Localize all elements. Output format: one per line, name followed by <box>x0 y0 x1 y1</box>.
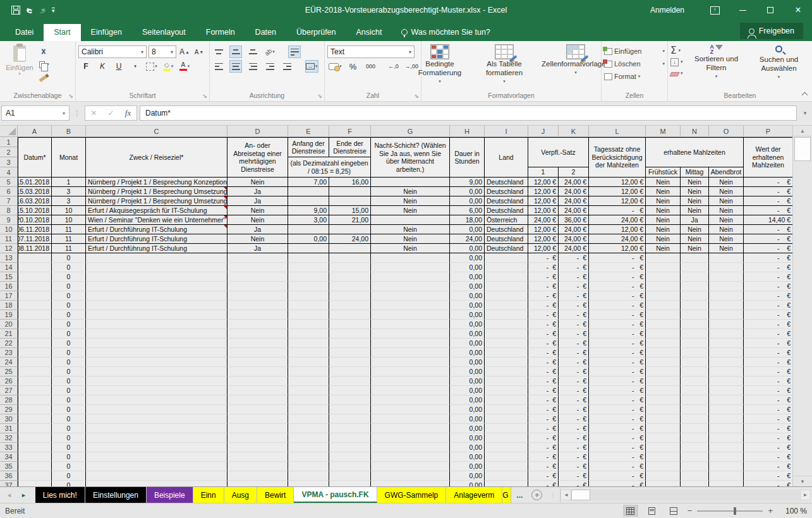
cell-D14[interactable] <box>227 263 288 272</box>
cell-E35[interactable] <box>288 462 329 471</box>
cell-N29[interactable] <box>681 405 709 414</box>
format-as-table-button[interactable]: Als Tabelle formatieren▾ <box>475 43 534 86</box>
cell-C34[interactable] <box>86 452 227 462</box>
cell-M14[interactable] <box>646 263 681 272</box>
cell-O25[interactable] <box>709 367 744 376</box>
cell-K26[interactable]: - € <box>559 376 589 386</box>
cell-J16[interactable]: - € <box>528 282 559 291</box>
cell-F25[interactable] <box>329 367 371 376</box>
cell-E37[interactable] <box>288 481 329 486</box>
cell-I9[interactable]: Österreich <box>485 215 528 225</box>
sheet-tab-vpma-pausch-fk[interactable]: VPMA - pausch.FK <box>294 487 377 503</box>
cell-D6[interactable]: Ja <box>227 187 288 196</box>
cell-M35[interactable] <box>646 462 681 471</box>
cell-I14[interactable] <box>485 263 528 272</box>
cell-G36[interactable] <box>371 471 450 481</box>
cell-F27[interactable] <box>329 386 371 395</box>
cell-D12[interactable]: Ja <box>227 244 288 253</box>
sheet-tab-gwg-sammelp[interactable]: GWG-Sammelp <box>377 487 447 503</box>
cell-E30[interactable] <box>288 414 329 424</box>
cell-P21[interactable]: - € <box>744 329 792 339</box>
cell-O14[interactable] <box>709 263 744 272</box>
cell-J27[interactable]: - € <box>528 386 559 395</box>
cell-C11[interactable]: Erfurt / Durchführung IT-Schulung <box>86 234 227 244</box>
row-header-29[interactable]: 29 <box>0 405 18 414</box>
cell-P11[interactable]: - € <box>744 234 792 244</box>
cell-J14[interactable]: - € <box>528 263 559 272</box>
cell-K30[interactable]: - € <box>559 414 589 424</box>
cell-C37[interactable] <box>86 481 227 486</box>
cell-D17[interactable] <box>227 291 288 301</box>
cell-C13[interactable] <box>86 253 227 263</box>
zoom-out-button[interactable]: − <box>688 506 693 515</box>
cell-H37[interactable]: 0,00 <box>450 481 485 486</box>
cell-C29[interactable] <box>86 405 227 414</box>
cell-E22[interactable] <box>288 339 329 348</box>
cell-M21[interactable] <box>646 329 681 339</box>
cell-K16[interactable]: - € <box>559 282 589 291</box>
column-header-A[interactable]: A <box>18 126 52 137</box>
cell-K37[interactable]: - € <box>559 481 589 486</box>
cell-B16[interactable]: 0 <box>52 282 86 291</box>
cell-O27[interactable] <box>709 386 744 395</box>
cell-M32[interactable] <box>646 433 681 443</box>
cell-I10[interactable]: Deutschland <box>485 225 528 234</box>
cell-P22[interactable]: - € <box>744 339 792 348</box>
cell-C14[interactable] <box>86 263 227 272</box>
cell-P25[interactable]: - € <box>744 367 792 376</box>
cell-D33[interactable] <box>227 443 288 452</box>
cell-E34[interactable] <box>288 452 329 462</box>
cell-E19[interactable] <box>288 310 329 320</box>
cell-L27[interactable]: - € <box>589 386 646 395</box>
cell-J10[interactable]: 12,00 € <box>528 225 559 234</box>
cell-L19[interactable]: - € <box>589 310 646 320</box>
cell-N8[interactable]: Nein <box>681 206 709 215</box>
cell-E33[interactable] <box>288 443 329 452</box>
horizontal-scroll-thumb[interactable] <box>571 490 590 500</box>
cell-D35[interactable] <box>227 462 288 471</box>
column-header-B[interactable]: B <box>52 126 86 137</box>
cell-A26[interactable] <box>18 376 52 386</box>
cell-D19[interactable] <box>227 310 288 320</box>
column-header-M[interactable]: M <box>646 126 681 137</box>
cell-H16[interactable]: 0,00 <box>450 282 485 291</box>
cell-J34[interactable]: - € <box>528 452 559 462</box>
cell-J12[interactable]: 12,00 € <box>528 244 559 253</box>
cell-D9[interactable]: Nein <box>227 215 288 225</box>
cell-J17[interactable]: - € <box>528 291 559 301</box>
cell-N36[interactable] <box>681 471 709 481</box>
header-cell-J1[interactable]: Verpfl.-Satz <box>528 137 589 167</box>
cell-B11[interactable]: 11 <box>52 234 86 244</box>
cell-G23[interactable] <box>371 348 450 358</box>
cell-B22[interactable]: 0 <box>52 339 86 348</box>
tab-start[interactable]: Start <box>44 24 80 41</box>
column-header-E[interactable]: E <box>288 126 329 137</box>
cell-G25[interactable] <box>371 367 450 376</box>
cell-M11[interactable]: Nein <box>646 234 681 244</box>
cell-J23[interactable]: - € <box>528 348 559 358</box>
cell-L5[interactable]: 12,00 € <box>589 178 646 187</box>
cell-J20[interactable]: - € <box>528 320 559 329</box>
cell-F20[interactable] <box>329 320 371 329</box>
cell-J8[interactable]: 12,00 € <box>528 206 559 215</box>
cell-I37[interactable] <box>485 481 528 486</box>
underline-dropdown-icon[interactable]: ▾ <box>129 60 142 73</box>
cell-K10[interactable]: 24,00 € <box>559 225 589 234</box>
cell-N31[interactable] <box>681 424 709 433</box>
cell-D36[interactable] <box>227 471 288 481</box>
cell-P6[interactable]: - € <box>744 187 792 196</box>
sheet-tab-lies-mich-[interactable]: Lies mich! <box>35 487 85 503</box>
cell-E12[interactable] <box>288 244 329 253</box>
cell-N28[interactable] <box>681 395 709 405</box>
cell-O5[interactable]: Nein <box>709 178 744 187</box>
sheet-tab-bewirt[interactable]: Bewirt <box>257 487 294 503</box>
cell-I36[interactable] <box>485 471 528 481</box>
cell-H36[interactable]: 0,00 <box>450 471 485 481</box>
cell-L15[interactable]: - € <box>589 272 646 282</box>
cell-E9[interactable]: 3,00 <box>288 215 329 225</box>
cell-H30[interactable]: 0,00 <box>450 414 485 424</box>
maximize-button[interactable] <box>756 0 784 20</box>
cell-E25[interactable] <box>288 367 329 376</box>
header-cell-F1[interactable]: Ende der Dienstreise <box>329 137 371 157</box>
enter-icon[interactable]: ✓ <box>102 109 119 117</box>
